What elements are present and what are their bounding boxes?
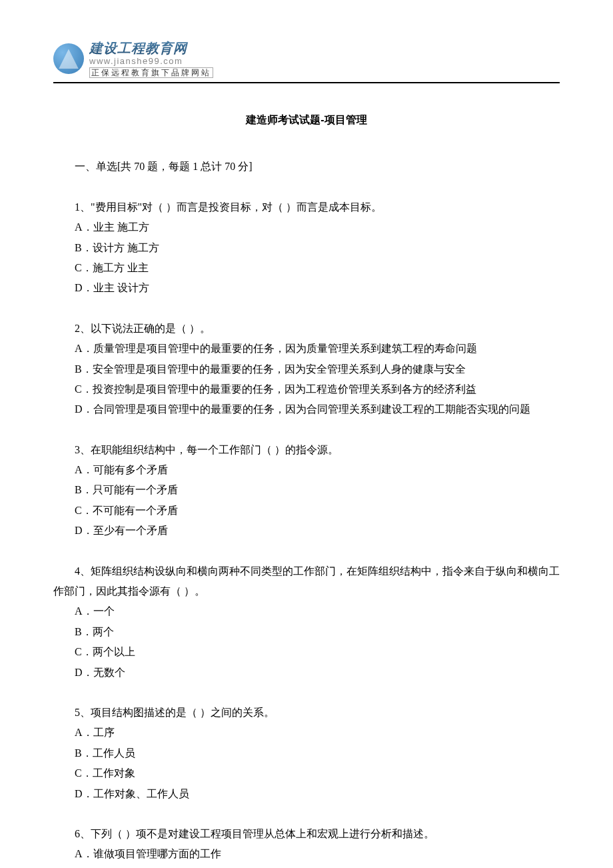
question-text: 1、"费用目标"对（ ）而言是投资目标，对（ ）而言是成本目标。	[53, 197, 560, 217]
question-option: D．合同管理是项目管理中的最重要的任务，因为合同管理关系到建设工程的工期能否实现…	[53, 399, 560, 419]
question-option: A．一个	[53, 601, 560, 621]
question-text: 6、下列（ ）项不是对建设工程项目管理从总体上和宏观上进行分析和描述。	[53, 824, 560, 844]
question-option: B．工作人员	[53, 743, 560, 763]
question-option: B．设计方 施工方	[53, 238, 560, 258]
question-4: 4、矩阵组织结构设纵向和横向两种不同类型的工作部门，在矩阵组织结构中，指令来自于…	[53, 561, 560, 683]
question-3: 3、在职能组织结构中，每一个工作部门（ ）的指令源。 A．可能有多个矛盾 B．只…	[53, 440, 560, 541]
question-option: A．谁做项目管理哪方面的工作	[53, 844, 560, 864]
question-option: B．两个	[53, 622, 560, 642]
question-option: A．质量管理是项目管理中的最重要的任务，因为质量管理关系到建筑工程的寿命问题	[53, 339, 560, 359]
question-option: C．施工方 业主	[53, 258, 560, 278]
question-option: C．投资控制是项目管理中的最重要的任务，因为工程造价管理关系到各方的经济利益	[53, 379, 560, 399]
document-title: 建造师考试试题-项目管理	[53, 110, 560, 130]
question-option: C．两个以上	[53, 642, 560, 662]
question-option: C．不可能有一个矛盾	[53, 501, 560, 521]
question-option: B．如何控制建设项目的质量	[53, 865, 560, 868]
logo-title: 建设工程教育网	[89, 40, 213, 56]
question-option: D．无数个	[53, 663, 560, 683]
logo: 建设工程教育网 www.jianshe99.com 正保远程教育旗下品牌网站	[53, 40, 560, 78]
question-option: B．只可能有一个矛盾	[53, 480, 560, 500]
question-option: A．业主 施工方	[53, 217, 560, 237]
question-6: 6、下列（ ）项不是对建设工程项目管理从总体上和宏观上进行分析和描述。 A．谁做…	[53, 824, 560, 868]
question-text: 3、在职能组织结构中，每一个工作部门（ ）的指令源。	[53, 440, 560, 460]
question-1: 1、"费用目标"对（ ）而言是投资目标，对（ ）而言是成本目标。 A．业主 施工…	[53, 197, 560, 299]
page-header: 建设工程教育网 www.jianshe99.com 正保远程教育旗下品牌网站	[53, 40, 560, 83]
question-option: C．工作对象	[53, 763, 560, 783]
question-option: D．业主 设计方	[53, 278, 560, 298]
question-text: 4、矩阵组织结构设纵向和横向两种不同类型的工作部门，在矩阵组织结构中，指令来自于…	[53, 561, 560, 602]
logo-tagline: 正保远程教育旗下品牌网站	[89, 67, 213, 78]
question-option: A．工序	[53, 723, 560, 743]
question-option: D．至少有一个矛盾	[53, 521, 560, 541]
question-text: 2、以下说法正确的是（ ）。	[53, 319, 560, 339]
logo-icon	[53, 43, 84, 74]
question-2: 2、以下说法正确的是（ ）。 A．质量管理是项目管理中的最重要的任务，因为质量管…	[53, 319, 560, 420]
question-option: D．工作对象、工作人员	[53, 784, 560, 804]
question-text: 5、项目结构图描述的是（ ）之间的关系。	[53, 703, 560, 723]
question-option: A．可能有多个矛盾	[53, 460, 560, 480]
section-intro: 一、单选[共 70 题，每题 1 总计 70 分]	[53, 157, 560, 177]
question-option: B．安全管理是项目管理中的最重要的任务，因为安全管理关系到人身的健康与安全	[53, 359, 560, 379]
logo-text-block: 建设工程教育网 www.jianshe99.com 正保远程教育旗下品牌网站	[89, 40, 213, 78]
question-5: 5、项目结构图描述的是（ ）之间的关系。 A．工序 B．工作人员 C．工作对象 …	[53, 703, 560, 804]
logo-url: www.jianshe99.com	[89, 56, 213, 67]
